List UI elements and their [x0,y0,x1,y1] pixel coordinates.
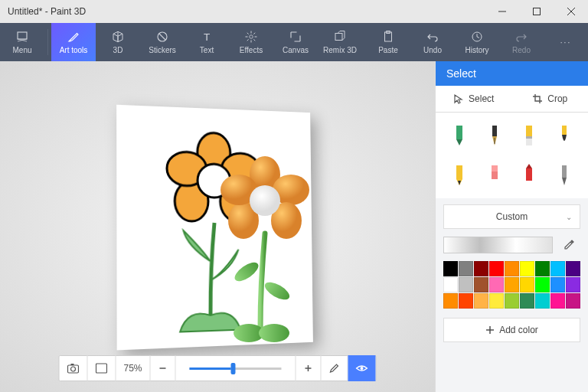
canvas-tab[interactable]: Canvas [273,23,318,61]
svg-point-37 [361,367,364,370]
svg-point-9 [250,35,253,39]
svg-rect-33 [96,364,106,373]
redo-button[interactable]: Redo [499,23,544,61]
color-swatch[interactable] [459,277,473,292]
color-swatch[interactable] [535,277,550,292]
more-icon: ··· [560,38,571,47]
flower-3d-model[interactable] [207,153,329,345]
color-swatch[interactable] [443,261,458,276]
color-swatch[interactable] [443,293,458,309]
color-swatch[interactable] [474,293,488,309]
color-swatch[interactable] [505,277,519,292]
color-swatch[interactable] [550,261,565,276]
color-swatch[interactable] [566,261,580,276]
history-icon [470,30,484,44]
color-swatch[interactable] [459,261,473,276]
color-swatch[interactable] [474,261,488,276]
text-icon: T [200,30,214,44]
svg-rect-41 [526,126,532,136]
svg-rect-39 [492,126,497,136]
camera-button[interactable] [59,355,87,381]
svg-point-31 [70,367,75,371]
zoom-out-button[interactable] [151,355,176,381]
side-panel: Select Select Crop Custom ⌄ [435,61,588,392]
crop-tool-tab[interactable]: Crop [512,86,589,112]
svg-point-20 [232,259,262,285]
cube-icon [111,30,125,44]
zoom-slider[interactable] [190,368,282,370]
thickness-dropdown[interactable]: Custom ⌄ [443,204,580,229]
svg-rect-32 [70,364,74,365]
watercolor-brush[interactable] [551,122,577,149]
color-swatch[interactable] [489,277,504,292]
svg-rect-46 [526,168,532,181]
svg-point-21 [262,279,292,303]
zoom-percent[interactable]: 75% [116,355,150,381]
eraser-brush[interactable] [482,162,508,189]
stickers-tab[interactable]: Stickers [140,23,185,61]
side-panel-header: Select [436,61,588,86]
view-mode-button[interactable] [348,355,376,381]
color-swatch[interactable] [550,277,565,292]
minimize-button[interactable] [485,0,519,23]
material-picker[interactable] [443,237,553,253]
menu-icon [15,30,29,44]
paste-button[interactable]: Paste [366,23,410,61]
zoom-in-button[interactable] [296,355,322,381]
art-tools-tab[interactable]: Art tools [51,23,96,61]
color-swatch[interactable] [489,293,504,309]
svg-rect-10 [335,34,342,41]
undo-button[interactable]: Undo [410,23,455,61]
color-swatch[interactable] [520,293,534,309]
color-swatch[interactable] [505,261,519,276]
brush-icon [67,30,80,44]
maximize-button[interactable] [519,0,554,23]
canvas-viewport[interactable]: 75% [0,61,435,392]
add-color-button[interactable]: Add color [443,318,580,342]
color-swatch[interactable] [520,261,534,276]
color-swatch[interactable] [459,293,473,309]
calligraphy-pen-brush[interactable] [482,122,508,149]
color-swatch[interactable] [474,277,488,292]
history-button[interactable]: History [455,23,499,61]
color-palette [443,261,580,309]
zoom-toolbar: 75% [58,355,376,381]
color-swatch[interactable] [535,293,550,309]
crayon-brush[interactable] [517,162,543,189]
paste-icon [381,30,395,44]
oil-brush[interactable] [517,122,543,149]
eyedropper-button[interactable] [557,237,580,253]
fit-screen-button[interactable] [87,355,116,381]
color-swatch[interactable] [520,277,534,292]
3d-tab[interactable]: 3D [96,23,140,61]
menu-button[interactable]: Menu [0,23,44,61]
sticker-icon [155,30,169,44]
cursor-icon [453,93,464,104]
svg-rect-4 [18,32,27,39]
text-tab[interactable]: T Text [185,23,229,61]
effects-icon [244,30,258,44]
effects-tab[interactable]: Effects [229,23,273,61]
color-swatch[interactable] [566,277,580,292]
color-swatch[interactable] [550,293,565,309]
svg-rect-47 [562,165,567,178]
pencil-brush[interactable] [446,162,472,189]
select-tool-tab[interactable]: Select [436,86,512,112]
close-button[interactable] [554,0,588,23]
color-swatch[interactable] [505,293,519,309]
color-swatch[interactable] [566,293,580,309]
color-swatch[interactable] [489,261,504,276]
pixel-pen-brush[interactable] [551,162,577,189]
crop-icon [532,93,543,104]
edit-mode-button[interactable] [322,355,348,381]
window-title: Untitled* - Paint 3D [8,6,86,17]
more-button[interactable]: ··· [544,23,588,61]
remix-3d-tab[interactable]: Remix 3D [318,23,362,61]
svg-point-23 [259,324,289,342]
color-swatch[interactable] [443,277,458,292]
marker-brush[interactable] [446,122,472,149]
color-swatch[interactable] [535,261,550,276]
undo-icon [426,30,439,44]
svg-rect-1 [533,8,540,15]
redo-icon [514,30,528,44]
